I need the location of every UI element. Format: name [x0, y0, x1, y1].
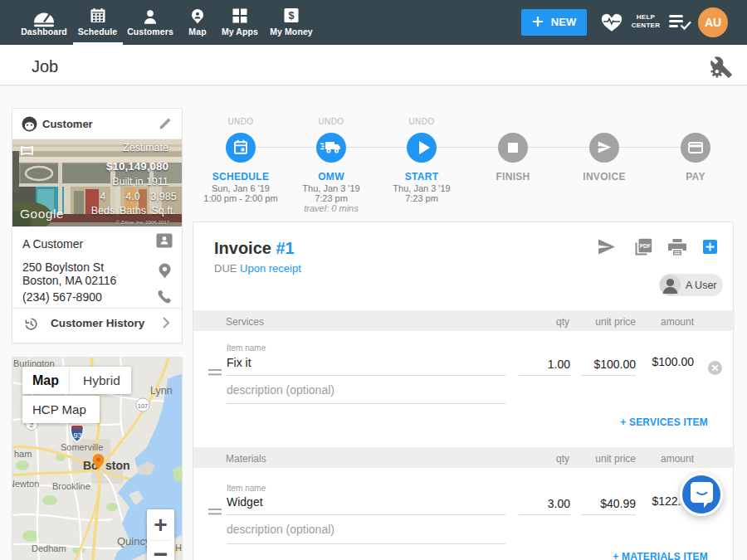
svg-text:Quincy: Quincy: [117, 535, 151, 548]
svg-text:Somerville: Somerville: [61, 442, 103, 452]
svg-text:Lynn: Lynn: [150, 385, 173, 397]
svg-text:ston: ston: [105, 459, 130, 472]
svg-text:93: 93: [73, 431, 81, 440]
svg-text:Dedham: Dedham: [32, 543, 66, 553]
svg-text:$: $: [289, 10, 295, 22]
svg-text:Brookline: Brookline: [52, 481, 90, 491]
svg-text:Newton: Newton: [12, 479, 39, 489]
svg-text:Hi: Hi: [175, 543, 182, 553]
svg-text:ham: ham: [14, 449, 32, 459]
svg-text:107: 107: [138, 402, 149, 410]
svg-text:PDF: PDF: [640, 243, 651, 249]
